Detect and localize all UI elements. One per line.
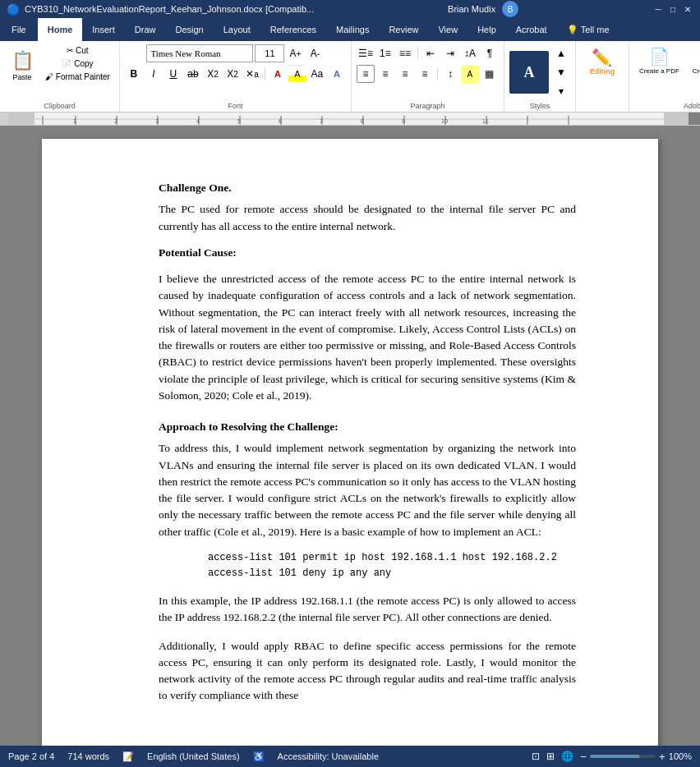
borders-button[interactable]: ▦: [481, 65, 499, 83]
strikethrough-button[interactable]: ab: [184, 65, 202, 83]
align-right-button[interactable]: ≡: [396, 65, 414, 83]
code-block: access-list 101 permit ip host 192.168.1…: [208, 550, 576, 581]
highlight-color-button[interactable]: A: [288, 65, 306, 83]
status-bar: Page 2 of 4 714 words 📝 English (United …: [0, 746, 700, 767]
tab-review[interactable]: Review: [379, 18, 428, 41]
close-button[interactable]: ✕: [682, 3, 693, 15]
cut-button[interactable]: ✂ Cut: [41, 44, 114, 57]
create-pdf-button[interactable]: 📄 Create a PDF: [634, 44, 684, 77]
tab-draw[interactable]: Draw: [125, 18, 166, 41]
user-avatar: B: [502, 1, 518, 17]
font-name-input[interactable]: [146, 44, 253, 62]
tab-references[interactable]: References: [260, 18, 326, 41]
tab-layout[interactable]: Layout: [214, 18, 260, 41]
share-link-button[interactable]: 🔗 Create a PDF and Share link: [688, 44, 700, 77]
format-painter-button[interactable]: 🖌 Format Painter: [41, 71, 114, 83]
styles-icon[interactable]: A: [509, 51, 549, 94]
paragraph-label: Paragraph: [410, 100, 444, 110]
acrobat-group: 📄 Create a PDF 🔗 Create a PDF and Share …: [629, 41, 700, 112]
svg-text:8: 8: [361, 118, 364, 124]
justify-button[interactable]: ≡: [416, 65, 434, 83]
editing-label: Editing: [590, 67, 615, 76]
track-changes-icon: 📝: [122, 751, 134, 762]
potential-cause-para: Potential Cause:: [159, 245, 576, 261]
language: English (United States): [147, 751, 240, 761]
numbering-button[interactable]: 1≡: [376, 44, 394, 62]
tab-acrobat[interactable]: Acrobat: [506, 18, 557, 41]
sort-button[interactable]: ↕A: [461, 44, 479, 62]
paste-button[interactable]: 📋 Paste: [5, 44, 39, 87]
superscript-button[interactable]: X2: [223, 65, 242, 83]
user-name: Brian Mudix: [448, 4, 495, 14]
decrease-font-button[interactable]: A-: [306, 44, 324, 62]
clear-format-button[interactable]: ✕a: [243, 65, 261, 83]
underline-button[interactable]: U: [164, 65, 182, 83]
approach-para: To address this, I would implement netwo…: [159, 440, 576, 540]
font-size-input[interactable]: [255, 44, 284, 62]
ruler-ticks: 1 2 3 4 5 6 7 8 9 10 11: [35, 113, 664, 125]
subscript-button[interactable]: X2: [204, 65, 222, 83]
tab-view[interactable]: View: [428, 18, 467, 41]
code-line-1: access-list 101 permit ip host 192.168.1…: [208, 550, 576, 566]
styles-down-button[interactable]: ▼: [552, 63, 570, 81]
create-pdf-icon: 📄: [649, 46, 670, 67]
decrease-indent-button[interactable]: ⇤: [421, 44, 440, 62]
document-area[interactable]: Challenge One. The PC used for remote ac…: [0, 126, 700, 746]
svg-text:10: 10: [441, 118, 448, 124]
font-color-button[interactable]: A: [269, 65, 287, 83]
svg-text:6: 6: [279, 118, 282, 124]
share-link-label: Create a PDF and Share link: [693, 67, 700, 76]
show-hide-button[interactable]: ¶: [481, 44, 499, 62]
svg-text:4: 4: [196, 118, 200, 124]
app-icon: 🔵: [7, 3, 20, 16]
title-bar: 🔵 CYB310_NetworkEvaluationReport_Keehan_…: [0, 0, 700, 18]
font-size-change-button[interactable]: Aa: [308, 65, 326, 83]
tab-tell-me[interactable]: 💡Tell me: [557, 18, 619, 41]
tab-help[interactable]: Help: [467, 18, 506, 41]
svg-text:9: 9: [402, 118, 405, 124]
italic-button[interactable]: I: [145, 65, 163, 83]
align-center-button[interactable]: ≡: [376, 65, 394, 83]
paste-icon: 📋: [12, 50, 34, 71]
tab-mailings[interactable]: Mailings: [326, 18, 379, 41]
increase-indent-button[interactable]: ⇥: [441, 44, 459, 62]
font-group: A+ A- B I U ab X2 X2 ✕a A A Aa A Font: [120, 41, 352, 112]
font-label: Font: [228, 100, 242, 110]
challenge-para1: The PC used for remote access should be …: [159, 201, 576, 235]
tab-home[interactable]: Home: [38, 18, 83, 41]
potential-cause-bold: Potential Cause:: [159, 246, 237, 259]
cause-detail-para: I believe the unrestricted access of the…: [159, 271, 576, 404]
multilevel-list-button[interactable]: ≡≡: [396, 44, 414, 62]
styles-up-button[interactable]: ▲: [552, 44, 570, 62]
svg-text:7: 7: [320, 118, 323, 124]
focus-mode-button[interactable]: ⊡: [532, 751, 540, 762]
align-left-button[interactable]: ≡: [357, 65, 375, 83]
copy-button[interactable]: 📄 Copy: [41, 57, 114, 70]
shading-button[interactable]: A: [461, 65, 479, 83]
maximize-button[interactable]: □: [667, 3, 679, 15]
web-view-button[interactable]: 🌐: [561, 751, 573, 762]
minimize-button[interactable]: ─: [652, 3, 664, 15]
svg-text:5: 5: [237, 118, 241, 124]
zoom-out-button[interactable]: −: [580, 751, 587, 763]
bold-button[interactable]: B: [125, 65, 143, 83]
editing-button[interactable]: ✏️ Editing: [581, 44, 624, 79]
ribbon-tabs: File Home Insert Draw Design Layout Refe…: [0, 18, 700, 41]
increase-font-button[interactable]: A+: [286, 44, 304, 62]
title-bar-text: CYB310_NetworkEvaluationReport_Keehan_Jo…: [25, 4, 314, 14]
layout-view-button[interactable]: ⊞: [546, 751, 555, 762]
line-spacing-button[interactable]: ↕: [441, 65, 459, 83]
tab-file[interactable]: File: [0, 18, 38, 41]
bullets-button[interactable]: ☰≡: [357, 44, 375, 62]
create-pdf-label: Create a PDF: [639, 67, 679, 76]
tab-insert[interactable]: Insert: [82, 18, 125, 41]
zoom-slider[interactable]: [590, 755, 656, 758]
styles-expand-button[interactable]: ▾: [552, 82, 570, 100]
tab-design[interactable]: Design: [165, 18, 213, 41]
clipboard-label: Clipboard: [44, 100, 76, 110]
text-effect-button[interactable]: A: [328, 65, 346, 83]
svg-text:1: 1: [73, 118, 76, 124]
styles-group: A ▲ ▼ ▾ Styles: [504, 41, 576, 112]
svg-text:11: 11: [482, 118, 489, 124]
zoom-in-button[interactable]: +: [659, 751, 665, 763]
